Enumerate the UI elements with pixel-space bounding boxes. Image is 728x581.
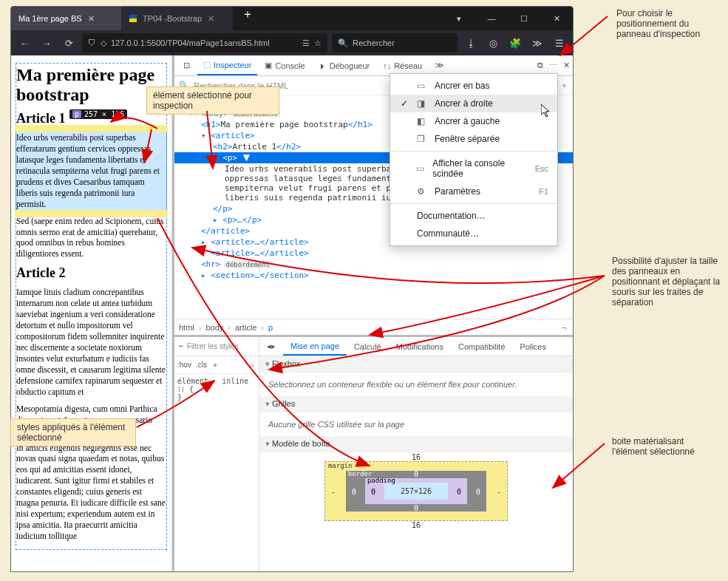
shield-icon: ⛉: [88, 38, 96, 47]
tab-changes[interactable]: Modifications: [389, 337, 451, 356]
browser-window: Ma 1ère page BS ✕ TP04 -Bootstrap ✕ ＋ ▾ …: [10, 6, 574, 572]
window-controls: ▾ — ☐ ✕: [443, 7, 573, 30]
tab-active[interactable]: Ma 1ère page BS ✕: [11, 7, 122, 30]
page-viewport: Ma première page bootstrap Article 1 p 2…: [11, 55, 172, 571]
split-console-icon: ▭: [416, 163, 426, 174]
filter-icon: ⫧: [177, 342, 185, 350]
more-icon[interactable]: ⋯: [549, 61, 557, 70]
menu-settings[interactable]: ⚙ParamètresF1: [390, 183, 557, 200]
download-icon[interactable]: ⭳: [462, 38, 480, 49]
close-icon[interactable]: ✕: [88, 14, 95, 24]
account-icon[interactable]: ◎: [484, 38, 502, 49]
reload-button[interactable]: ⟳: [60, 38, 78, 49]
boxmodel-section-header[interactable]: Modèle de boîte: [259, 436, 573, 452]
page-title: Ma première page bootstrap: [16, 65, 166, 105]
menu-community[interactable]: Communauté…: [390, 225, 557, 242]
layout-body: Flexbox Sélectionnez un conteneur flexib…: [259, 356, 573, 571]
cls-toggle[interactable]: .cls: [196, 361, 207, 369]
scroll-right-icon[interactable]: →: [560, 323, 568, 332]
reader-icon[interactable]: ☰: [302, 38, 310, 48]
tab-computed[interactable]: Calculé: [347, 337, 389, 356]
tab-inspector[interactable]: ⬚Inspecteur: [197, 55, 257, 75]
toolbar: ← → ⟳ ⛉ ◇ 127.0.0.1:5500/TP04/maPage1san…: [11, 30, 573, 55]
tab-layout[interactable]: Mise en page: [283, 337, 347, 356]
close-devtools-icon[interactable]: ✕: [563, 61, 570, 70]
grid-section-header[interactable]: Grilles: [259, 396, 573, 412]
window-icon: ❐: [417, 134, 427, 144]
layout-tabs: ◂▸ Mise en page Calculé Modifications Co…: [259, 337, 573, 356]
box-content: 257×126: [384, 483, 448, 500]
layout-column: ◂▸ Mise en page Calculé Modifications Co…: [259, 337, 573, 571]
paragraph: Iamque lituis cladium concrepantibus int…: [16, 287, 166, 397]
tooltip-size: 257 × 126: [84, 110, 124, 118]
element-size-tooltip: p 257 × 126: [69, 109, 127, 119]
styles-column: ⫧ Filtrer les styles :hov .cls ＋ ☼ éléme…: [174, 337, 259, 571]
forward-button[interactable]: →: [38, 38, 55, 49]
new-tab-button[interactable]: ＋: [233, 7, 262, 30]
layout-tabs-pager-icon[interactable]: ◂▸: [259, 337, 283, 356]
tab-network[interactable]: ↑↓Réseau: [377, 55, 428, 75]
tab-compat[interactable]: Compatibilité: [451, 337, 513, 356]
box-border[interactable]: border 0 0 0 0 padding 0 0 25: [346, 471, 486, 512]
styles-filter-bar[interactable]: ⫧ Filtrer les styles: [174, 337, 259, 356]
window-tab-icon[interactable]: ▾: [443, 7, 475, 30]
close-window-icon[interactable]: ✕: [540, 7, 573, 30]
flexbox-section-header[interactable]: Flexbox: [259, 356, 573, 373]
tabs: Ma 1ère page BS ✕ TP04 -Bootstrap ✕ ＋: [11, 7, 443, 30]
devtools-dock-menu: ▭Ancrer en bas ✓◨Ancrer à droite ◧Ancrer…: [389, 73, 558, 246]
element-picker-button[interactable]: ⊡: [177, 55, 196, 75]
maximize-icon[interactable]: ☐: [508, 7, 540, 30]
dock-bottom-icon: ▭: [417, 81, 427, 91]
highlighted-paragraph[interactable]: Ideo urbs venerabilis post superbas effe…: [16, 132, 166, 210]
styles-toggle-bar: :hov .cls ＋ ☼: [174, 356, 259, 374]
menu-icon[interactable]: ☰: [551, 38, 568, 49]
tab-inactive[interactable]: TP04 -Bootstrap ✕: [122, 7, 233, 30]
add-rule-icon[interactable]: ＋: [211, 360, 219, 370]
breadcrumb[interactable]: html› body› article› p →: [174, 319, 573, 335]
tab-console[interactable]: ▣Console: [259, 55, 310, 75]
menu-documentation[interactable]: Documentation…: [390, 207, 557, 225]
add-node-icon[interactable]: ＋: [560, 80, 568, 91]
tab-debugger[interactable]: ⏵Débogueur: [313, 55, 375, 75]
extensions-icon[interactable]: 🧩: [506, 38, 524, 49]
dock-right-icon: ◨: [417, 98, 427, 109]
minimize-icon[interactable]: —: [475, 7, 508, 30]
back-button[interactable]: ←: [16, 38, 33, 49]
grid-section-content: Aucune grille CSS utilisée sur la page: [259, 412, 573, 436]
tab-label: Ma 1ère page BS: [18, 14, 82, 23]
light-icon[interactable]: ☼: [249, 361, 256, 369]
box-margin[interactable]: margin 16 16 - - border 0 0 0: [324, 461, 508, 521]
article-heading: Article 2: [16, 265, 166, 281]
styles-rules[interactable]: élément inline ⫶⫶ { }: [174, 374, 259, 571]
search-placeholder: Rechercher: [353, 38, 395, 47]
lock-icon: ◇: [101, 38, 106, 48]
menu-separate-window[interactable]: ❐Fenêtre séparée: [390, 130, 557, 148]
bookmark-icon[interactable]: ☆: [314, 38, 322, 48]
menu-split-console[interactable]: ▭Afficher la console scindéeEsc: [390, 154, 557, 183]
url-text: 127.0.0.1:5500/TP04/maPage1sansBS.html: [111, 38, 270, 47]
annotation-selected-element: élément sélectionné pour inspection: [146, 86, 279, 115]
article-heading: Article 1: [16, 111, 65, 126]
box-model: margin 16 16 - - border 0 0 0: [259, 452, 573, 530]
tooltip-tag: p: [72, 110, 81, 118]
menu-dock-left[interactable]: ◧Ancrer à gauche: [390, 112, 557, 130]
hov-toggle[interactable]: :hov: [177, 361, 191, 369]
tab-fonts[interactable]: Polices: [513, 337, 554, 356]
paragraph: In amicis eligendis neglegentis esse nec…: [16, 443, 166, 542]
menu-dock-bottom[interactable]: ▭Ancrer en bas: [390, 77, 557, 95]
close-icon[interactable]: ✕: [208, 14, 214, 24]
menu-dock-right[interactable]: ✓◨Ancrer à droite: [390, 95, 557, 112]
flexbox-section-content: Sélectionnez un conteneur flexible ou un…: [259, 373, 573, 396]
debugger-icon: ⏵: [319, 61, 327, 70]
tab-overflow[interactable]: ≫: [429, 55, 450, 75]
responsive-icon[interactable]: ⧉: [537, 61, 543, 70]
overflow-icon[interactable]: ≫: [528, 38, 546, 49]
search-bar[interactable]: 🔍 Rechercher: [332, 33, 457, 52]
url-bar[interactable]: ⛉ ◇ 127.0.0.1:5500/TP04/maPage1sansBS.ht…: [82, 33, 327, 52]
devtools-bottom: ⫧ Filtrer les styles :hov .cls ＋ ☼ éléme…: [174, 335, 573, 571]
annotation-styles: styles appliqués à l'élément sélectionné: [10, 418, 136, 446]
box-padding[interactable]: padding 0 0 257×126: [365, 478, 467, 504]
annotation-boxmodel: boite matérialisant l'élément sélectionn…: [606, 433, 724, 460]
cursor-icon: [541, 104, 551, 119]
network-icon: ↑↓: [383, 61, 391, 70]
